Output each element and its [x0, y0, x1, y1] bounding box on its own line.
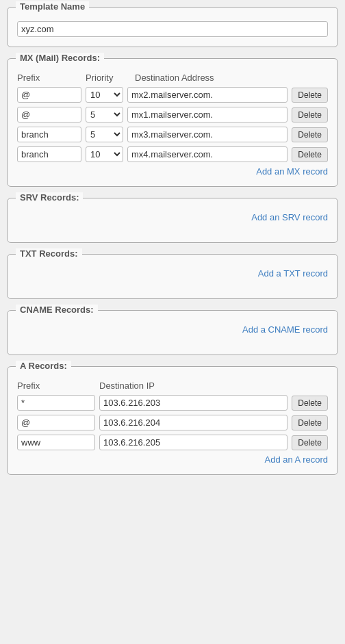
mx-header-priority: Priority — [86, 73, 135, 83]
mx-destination-input-2[interactable] — [127, 127, 288, 142]
mx-priority-select-3[interactable]: 51020304050 — [86, 146, 123, 162]
mx-priority-select-1[interactable]: 51020304050 — [86, 107, 123, 123]
a-row: Delete — [17, 435, 328, 450]
a-add-row: Add an A record — [17, 454, 328, 465]
mx-delete-button-3[interactable]: Delete — [292, 147, 328, 162]
txt-records-section: TXT Records: Add a TXT record — [7, 254, 338, 299]
a-row: Delete — [17, 395, 328, 411]
a-header-prefix: Prefix — [17, 381, 99, 391]
add-srv-record-link[interactable]: Add an SRV record — [251, 212, 328, 222]
mx-records-section: MX (Mail) Records: Prefix Priority Desti… — [7, 58, 338, 187]
txt-add-row: Add a TXT record — [17, 268, 328, 279]
add-a-record-link[interactable]: Add an A record — [264, 454, 328, 465]
a-prefix-input-0[interactable] — [17, 395, 95, 411]
mx-col-headers: Prefix Priority Destination Address — [17, 73, 328, 83]
add-mx-record-link[interactable]: Add an MX record — [256, 166, 328, 177]
a-destination-input-1[interactable] — [99, 415, 288, 430]
mx-header-destination: Destination Address — [135, 73, 328, 83]
mx-delete-button-2[interactable]: Delete — [292, 127, 328, 142]
a-destination-input-0[interactable] — [99, 395, 288, 411]
mx-prefix-input-3[interactable] — [17, 146, 81, 162]
a-records-section: A Records: Prefix Destination IP DeleteD… — [7, 366, 338, 475]
mx-delete-button-1[interactable]: Delete — [292, 107, 328, 123]
a-records-legend: A Records: — [16, 361, 71, 371]
mx-rows-container: 51020304050Delete51020304050Delete510203… — [17, 87, 328, 162]
mx-header-prefix: Prefix — [17, 73, 86, 83]
a-prefix-input-1[interactable] — [17, 415, 95, 430]
mx-destination-input-0[interactable] — [127, 87, 288, 103]
a-header-destination-ip: Destination IP — [99, 381, 328, 391]
srv-records-legend: SRV Records: — [16, 192, 83, 203]
mx-prefix-input-2[interactable] — [17, 127, 81, 142]
a-row: Delete — [17, 415, 328, 430]
cname-records-legend: CNAME Records: — [16, 305, 98, 315]
template-name-input[interactable] — [17, 21, 328, 37]
template-name-legend: Template Name — [16, 1, 89, 12]
add-txt-record-link[interactable]: Add a TXT record — [258, 268, 328, 279]
txt-records-legend: TXT Records: — [16, 248, 82, 259]
srv-records-section: SRV Records: Add an SRV record — [7, 198, 338, 243]
add-cname-record-link[interactable]: Add a CNAME record — [242, 324, 328, 335]
a-delete-button-1[interactable]: Delete — [292, 415, 328, 430]
a-destination-input-2[interactable] — [99, 435, 288, 450]
mx-destination-input-3[interactable] — [127, 146, 288, 162]
cname-records-section: CNAME Records: Add a CNAME record — [7, 310, 338, 355]
mx-prefix-input-1[interactable] — [17, 107, 81, 123]
a-col-headers: Prefix Destination IP — [17, 381, 328, 391]
template-name-section: Template Name — [7, 7, 338, 47]
mx-add-row: Add an MX record — [17, 166, 328, 177]
mx-row: 51020304050Delete — [17, 87, 328, 103]
a-delete-button-2[interactable]: Delete — [292, 435, 328, 450]
a-delete-button-0[interactable]: Delete — [292, 396, 328, 411]
mx-row: 51020304050Delete — [17, 107, 328, 123]
mx-row: 51020304050Delete — [17, 127, 328, 142]
a-prefix-input-2[interactable] — [17, 435, 95, 450]
a-rows-container: DeleteDeleteDelete — [17, 395, 328, 450]
mx-priority-select-2[interactable]: 51020304050 — [86, 127, 123, 142]
srv-add-row: Add an SRV record — [17, 212, 328, 222]
mx-delete-button-0[interactable]: Delete — [292, 88, 328, 103]
mx-prefix-input-0[interactable] — [17, 87, 81, 103]
mx-destination-input-1[interactable] — [127, 107, 288, 123]
mx-records-legend: MX (Mail) Records: — [16, 53, 104, 63]
mx-row: 51020304050Delete — [17, 146, 328, 162]
cname-add-row: Add a CNAME record — [17, 324, 328, 335]
mx-priority-select-0[interactable]: 51020304050 — [86, 87, 123, 103]
